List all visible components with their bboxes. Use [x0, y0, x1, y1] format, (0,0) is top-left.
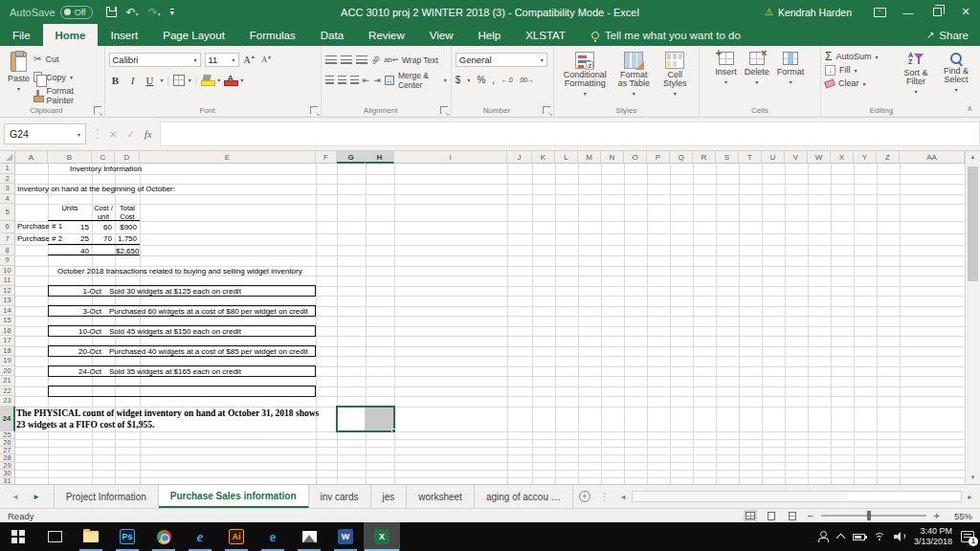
fill-handle[interactable]	[391, 429, 396, 433]
taskbar-file-explorer-icon[interactable]	[73, 522, 109, 551]
row-header-12[interactable]: 12	[0, 286, 15, 297]
bold-button[interactable]: B	[109, 75, 122, 86]
row-header-5[interactable]: 5	[0, 204, 15, 221]
column-header-J[interactable]: J	[507, 151, 532, 164]
vertical-scroll-thumb[interactable]	[968, 166, 978, 281]
zoom-level[interactable]: 55%	[947, 511, 972, 521]
ribbon-tab-file[interactable]: File	[0, 24, 43, 46]
cut-button[interactable]: ✂Cut	[33, 50, 100, 68]
increase-font-size-button[interactable]: A▲	[243, 55, 256, 65]
customize-qat-icon[interactable]: ▾	[170, 9, 174, 16]
page-break-view-button[interactable]	[786, 510, 799, 521]
selection-inactive-cell-H24[interactable]	[365, 408, 393, 430]
wifi-icon[interactable]	[874, 533, 885, 541]
transaction-box-3[interactable]: 10-OctSold 45 widgets at $150 each on cr…	[48, 325, 316, 337]
column-header-E[interactable]: E	[140, 151, 316, 164]
row-header-9[interactable]: 9	[0, 255, 15, 266]
bottom-align-button[interactable]	[356, 55, 368, 65]
column-header-M[interactable]: M	[578, 151, 601, 164]
row-header-7[interactable]: 7	[0, 233, 15, 246]
delete-cells-button[interactable]: Delete▾	[741, 50, 773, 87]
close-button[interactable]: ✕	[951, 0, 980, 24]
format-painter-button[interactable]: Format Painter	[33, 86, 100, 104]
column-header-K[interactable]: K	[532, 151, 555, 164]
ribbon-tab-help[interactable]: Help	[466, 24, 514, 46]
sheet-tab-aging-of-accou[interactable]: aging of accou …	[475, 485, 573, 508]
ribbon-tab-data[interactable]: Data	[308, 24, 356, 46]
page-layout-view-button[interactable]	[765, 510, 778, 521]
row-header-20[interactable]: 20	[0, 366, 15, 377]
row-header-16[interactable]: 16	[0, 326, 15, 337]
cell-physical-note-line1[interactable]: The PHYSICAL count of widget inventory o…	[16, 408, 319, 418]
row-header-13[interactable]: 13	[0, 296, 15, 306]
sheet-tab-worksheet[interactable]: worksheet	[407, 485, 475, 508]
percent-style-button[interactable]: %	[477, 75, 485, 85]
zoom-slider[interactable]	[821, 515, 926, 517]
font-size-combo[interactable]: 11▾	[205, 53, 239, 67]
italic-button[interactable]: I	[126, 75, 140, 86]
cancel-formula-icon[interactable]: ✕	[109, 129, 117, 140]
taskbar-photoshop-icon[interactable]: Ps	[109, 522, 145, 551]
name-box-dropdown-icon[interactable]: ▾	[78, 131, 80, 138]
column-header-Q[interactable]: Q	[670, 151, 693, 164]
clock[interactable]: 3:40 PM 3/13/2018	[914, 526, 952, 547]
row-header-3[interactable]: 3	[0, 184, 15, 194]
borders-button[interactable]	[173, 75, 185, 86]
row-header-21[interactable]: 21	[0, 376, 15, 386]
column-header-AA[interactable]: AA	[900, 151, 965, 164]
column-header-P[interactable]: P	[647, 151, 670, 164]
taskbar-internet-explorer-icon[interactable]: e	[182, 522, 218, 551]
horizontal-scroll-thumb[interactable]	[634, 493, 847, 500]
ribbon-display-options-button[interactable]: ⌃	[865, 0, 894, 24]
row-header-19[interactable]: 19	[0, 356, 15, 366]
tab-scroll-splitter[interactable]: ⋮	[596, 485, 613, 508]
column-header-S[interactable]: S	[716, 151, 739, 164]
hidden-icons-chevron-icon[interactable]	[836, 534, 846, 543]
column-header-Z[interactable]: Z	[877, 151, 900, 164]
ribbon-tab-insert[interactable]: Insert	[98, 24, 150, 46]
accounting-format-button[interactable]: $	[456, 75, 461, 85]
cell-units-1[interactable]: 15	[49, 223, 89, 232]
taskbar-photos-icon[interactable]	[291, 522, 327, 551]
vertical-scrollbar[interactable]: ▲ ▼	[965, 151, 980, 484]
minimize-button[interactable]: —	[894, 0, 923, 24]
wrap-text-button[interactable]: Wrap Text	[402, 55, 438, 65]
column-header-I[interactable]: I	[394, 151, 507, 164]
paste-dropdown-arrow[interactable]: ▾	[17, 85, 20, 92]
column-header-G[interactable]: G	[337, 151, 366, 164]
find-select-button[interactable]: Find & Select▾	[936, 50, 976, 97]
name-box[interactable]: G24▾	[4, 123, 86, 144]
column-header-H[interactable]: H	[366, 151, 394, 164]
selection-range-G24-H24[interactable]	[336, 406, 395, 432]
row-header-17[interactable]: 17	[0, 336, 15, 346]
battery-icon[interactable]	[853, 534, 865, 540]
column-header-R[interactable]: R	[693, 151, 716, 164]
column-header-Y[interactable]: Y	[854, 151, 877, 164]
clipboard-dialog-launcher-icon[interactable]	[94, 106, 101, 114]
merge-center-button[interactable]: Merge & Center	[398, 71, 440, 90]
fill-color-button[interactable]	[201, 75, 213, 86]
number-dialog-launcher-icon[interactable]	[543, 106, 550, 114]
top-align-button[interactable]	[325, 55, 337, 65]
taskbar-edge-icon[interactable]: e	[255, 522, 291, 551]
cell-transactions-header[interactable]: October 2018 transactions related to buy…	[57, 267, 302, 276]
sheet-tab-jes[interactable]: jes	[371, 485, 408, 508]
grid-body[interactable]: ABCDEFGHIJKLMNOPQRSTUVWXYZAA123456789101…	[0, 151, 965, 484]
autosave-toggle[interactable]: AutoSave Off	[10, 6, 93, 19]
cell-styles-button[interactable]: Cell Styles ▾	[656, 50, 694, 99]
transaction-box-4[interactable]: 20-OctPurchased 40 widgets at a cost of …	[48, 345, 316, 357]
autosave-pill[interactable]: Off	[60, 6, 93, 19]
row-header-22[interactable]: 22	[0, 386, 15, 397]
font-name-combo[interactable]: Calibri▾	[109, 53, 201, 67]
sheet-tab-inv-cards[interactable]: inv cards	[309, 485, 371, 508]
transaction-box-5[interactable]: 24-OctSold 35 widgets at $165 each on cr…	[48, 365, 316, 377]
column-header-V[interactable]: V	[785, 151, 808, 164]
row-header-18[interactable]: 18	[0, 346, 15, 357]
scroll-right-icon[interactable]: ►	[964, 494, 976, 500]
cell-total-2[interactable]: 1,750	[116, 234, 137, 244]
taskbar-chrome-icon[interactable]	[145, 522, 182, 551]
increase-decimal-button[interactable]: ←.0	[501, 77, 512, 83]
row-header-15[interactable]: 15	[0, 316, 15, 326]
transaction-box-1[interactable]: 1-OctSold 30 widgets at $125 each on cre…	[48, 285, 316, 297]
new-sheet-button[interactable]: +	[573, 485, 596, 508]
